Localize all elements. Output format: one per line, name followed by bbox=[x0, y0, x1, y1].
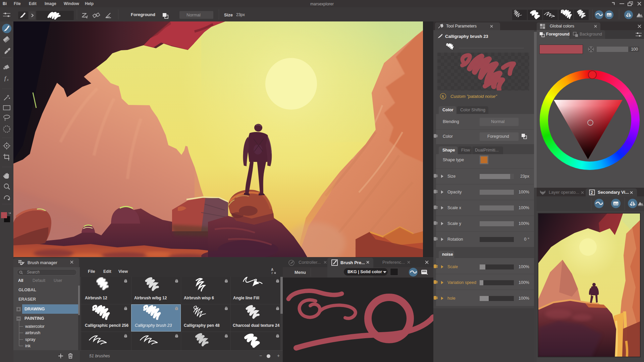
svg-text:2: 2 bbox=[591, 190, 593, 195]
svg-text:z: z bbox=[271, 271, 273, 275]
svg-text:S: S bbox=[442, 94, 444, 99]
svg-text:f: f bbox=[4, 75, 7, 81]
svg-text:x: x bbox=[7, 78, 9, 81]
